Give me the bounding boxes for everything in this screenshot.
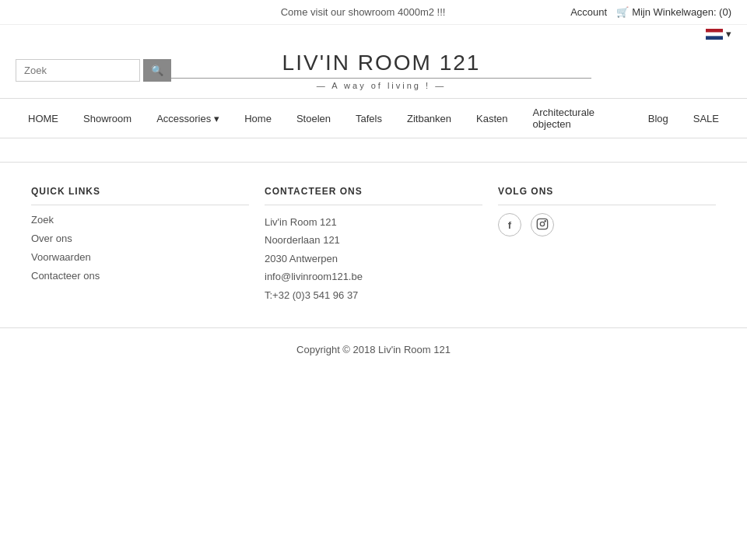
quick-links-title: QUICK LINKS (31, 186, 249, 205)
svg-rect-1 (706, 32, 723, 36)
follow-title: VOLG ONS (498, 186, 716, 205)
list-item: Contacteer ons (31, 269, 249, 282)
contact-street: Noorderlaan 121 (265, 234, 340, 246)
contact-phone: T:+32 (0)3 541 96 37 (265, 289, 358, 301)
nav-item-zitbanken[interactable]: Zitbanken (395, 105, 464, 132)
logo-text: LIV'IN ROOM 121 (171, 51, 591, 75)
cart-icon: 🛒 (616, 6, 629, 18)
list-item: Voorwaarden (31, 250, 249, 263)
social-links: f (498, 213, 716, 236)
language-row: ▾ (0, 25, 747, 43)
svg-rect-2 (706, 36, 723, 40)
nav-item-arch[interactable]: Architecturale objecten (521, 99, 636, 138)
account-link[interactable]: Account (570, 6, 607, 18)
search-button[interactable]: 🔍 (143, 59, 171, 82)
nav-item-stoelen[interactable]: Stoelen (284, 105, 343, 132)
nav-item-home[interactable]: HOME (16, 105, 71, 132)
cart-link[interactable]: 🛒 Mijn Winkelwagen: (0) (616, 6, 731, 18)
quick-links-list: Zoek Over ons Voorwaarden Contacteer ons (31, 213, 249, 282)
nav-item-home2[interactable]: Home (232, 105, 284, 132)
svg-rect-0 (706, 29, 723, 33)
lang-label: ▾ (726, 28, 731, 40)
main-content (0, 138, 747, 154)
footer-quick-links: QUICK LINKS Zoek Over ons Voorwaarden Co… (31, 186, 249, 304)
list-item: Over ons (31, 232, 249, 244)
facebook-icon: f (508, 219, 511, 231)
list-item: Zoek (31, 213, 249, 226)
quick-link-zoek[interactable]: Zoek (31, 214, 54, 226)
copyright: Copyright © 2018 Liv'in Room 121 (0, 327, 747, 371)
instagram-icon (536, 218, 549, 233)
promo-text: Come visit our showroom 4000m2 !!! (156, 6, 570, 18)
contact-city: 2030 Antwerpen (265, 253, 338, 264)
svg-point-5 (545, 220, 545, 221)
cart-label: Mijn Winkelwagen: (0) (632, 6, 731, 18)
nav-item-tafels[interactable]: Tafels (343, 105, 395, 132)
header: 🔍 LIV'IN ROOM 121 — A way of living ! — (0, 43, 747, 98)
footer-grid: QUICK LINKS Zoek Over ons Voorwaarden Co… (31, 186, 716, 304)
nl-flag-icon (706, 29, 723, 40)
contact-title: CONTACTEER ONS (265, 186, 482, 205)
search-input[interactable] (16, 59, 140, 82)
logo[interactable]: LIV'IN ROOM 121 — A way of living ! — (171, 51, 591, 90)
nav-main: HOME Showroom Accessories ▾ Home Stoelen… (0, 99, 747, 138)
instagram-link[interactable] (531, 213, 554, 236)
nav-item-accessories[interactable]: Accessories ▾ (144, 105, 232, 132)
nav-item-showroom[interactable]: Showroom (71, 105, 144, 132)
nav-item-kasten[interactable]: Kasten (464, 105, 520, 132)
search-area: 🔍 (16, 59, 171, 82)
search-icon: 🔍 (151, 65, 163, 76)
copyright-text: Copyright © 2018 Liv'in Room 121 (296, 344, 451, 355)
logo-tagline: — A way of living ! — (171, 78, 591, 90)
language-selector[interactable]: ▾ (706, 28, 731, 40)
contact-company: Liv'in Room 121 (265, 216, 337, 228)
quick-link-contacteer-ons[interactable]: Contacteer ons (31, 270, 100, 282)
footer: QUICK LINKS Zoek Over ons Voorwaarden Co… (0, 162, 747, 327)
nav-item-sale[interactable]: SALE (681, 105, 731, 132)
nav-item-blog[interactable]: Blog (636, 105, 681, 132)
footer-contact: CONTACTEER ONS Liv'in Room 121 Noorderla… (265, 186, 482, 304)
facebook-link[interactable]: f (498, 213, 521, 236)
contact-email: info@livinroom121.be (265, 271, 363, 282)
footer-follow: VOLG ONS f (498, 186, 716, 304)
nav-container: HOME Showroom Accessories ▾ Home Stoelen… (0, 98, 747, 138)
top-bar-right: Account 🛒 Mijn Winkelwagen: (0) (570, 6, 731, 18)
quick-link-over-ons[interactable]: Over ons (31, 233, 72, 244)
svg-point-4 (540, 222, 544, 226)
quick-link-voorwaarden[interactable]: Voorwaarden (31, 251, 91, 263)
svg-rect-3 (537, 219, 547, 229)
chevron-down-icon: ▾ (214, 113, 219, 124)
top-bar: Come visit our showroom 4000m2 !!! Accou… (0, 0, 747, 25)
